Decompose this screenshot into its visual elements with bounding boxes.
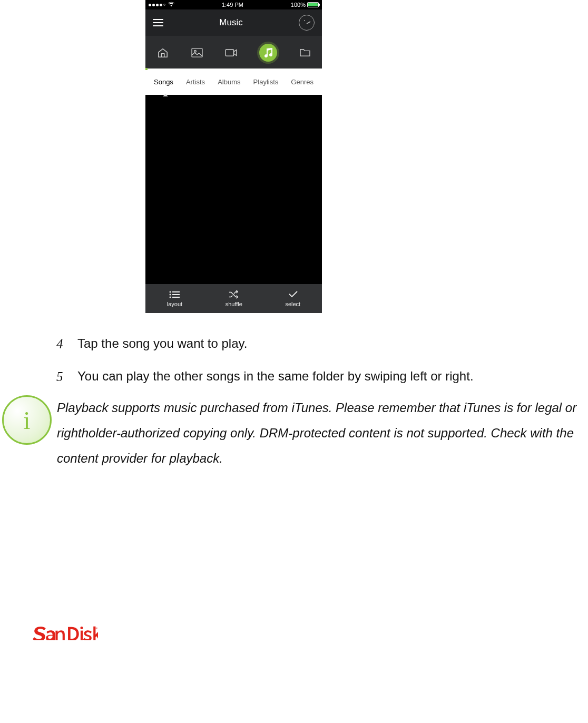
video-icon[interactable] xyxy=(225,47,238,58)
tab-songs[interactable]: Songs xyxy=(154,78,173,86)
tab-genres[interactable]: Genres xyxy=(291,78,313,86)
svg-text:R: R xyxy=(96,628,97,629)
media-type-row xyxy=(145,36,322,69)
svg-rect-8 xyxy=(172,297,180,298)
layout-button[interactable]: layout xyxy=(167,290,182,307)
battery-icon xyxy=(307,2,319,7)
step-text: Tap the song you want to play. xyxy=(77,334,247,354)
music-icon[interactable] xyxy=(259,44,277,62)
tab-artists[interactable]: Artists xyxy=(186,78,205,86)
bottom-toolbar: layout shuffle select xyxy=(145,284,322,313)
step-5: 5 You can play the other songs in the sa… xyxy=(56,367,573,387)
svg-rect-2 xyxy=(226,49,233,56)
wifi-icon xyxy=(168,2,174,8)
svg-point-5 xyxy=(170,294,171,295)
phone-screenshot: 1:49 PM 100% Music Songs Artists xyxy=(145,0,322,313)
svg-point-7 xyxy=(170,296,171,298)
signal-dots-icon xyxy=(149,4,165,6)
step-text: You can play the other songs in the same… xyxy=(77,367,474,387)
select-button[interactable]: select xyxy=(285,290,300,307)
svg-point-1 xyxy=(194,50,196,52)
menu-icon[interactable] xyxy=(153,19,163,26)
svg-point-10 xyxy=(80,627,83,630)
svg-rect-6 xyxy=(172,294,180,295)
instruction-steps: 4 Tap the song you want to play. 5 You c… xyxy=(56,334,573,399)
status-bar: 1:49 PM 100% xyxy=(145,0,322,9)
song-list-area[interactable] xyxy=(145,96,322,284)
svg-rect-4 xyxy=(172,291,180,292)
shuffle-button[interactable]: shuffle xyxy=(226,290,242,307)
nav-bar: Music xyxy=(145,9,322,36)
layout-icon xyxy=(169,290,180,299)
tab-albums[interactable]: Albums xyxy=(218,78,240,86)
info-note: i Playback supports music purchased from… xyxy=(0,395,588,471)
sandisk-logo: R xyxy=(33,626,98,644)
svg-rect-0 xyxy=(192,48,202,56)
layout-label: layout xyxy=(167,301,182,307)
info-icon: i xyxy=(2,395,52,445)
nav-title: Music xyxy=(219,17,242,28)
home-icon[interactable] xyxy=(156,47,169,58)
folder-icon[interactable] xyxy=(299,47,311,58)
svg-point-3 xyxy=(170,291,171,292)
photo-icon[interactable] xyxy=(191,47,203,58)
tab-playlists[interactable]: Playlists xyxy=(253,78,279,86)
step-4: 4 Tap the song you want to play. xyxy=(56,334,573,354)
status-time: 1:49 PM xyxy=(222,2,243,8)
dashboard-button[interactable] xyxy=(299,15,315,31)
svg-rect-9 xyxy=(81,631,83,640)
shuffle-label: shuffle xyxy=(226,301,242,307)
step-number: 4 xyxy=(56,334,66,354)
battery-percent: 100% xyxy=(291,2,306,8)
shuffle-icon xyxy=(229,290,239,299)
select-label: select xyxy=(285,301,300,307)
step-number: 5 xyxy=(56,367,66,387)
progress-indicator xyxy=(145,68,148,70)
info-note-text: Playback supports music purchased from i… xyxy=(57,395,584,471)
music-tabs: Songs Artists Albums Playlists Genres xyxy=(145,69,322,95)
select-icon xyxy=(288,290,298,299)
